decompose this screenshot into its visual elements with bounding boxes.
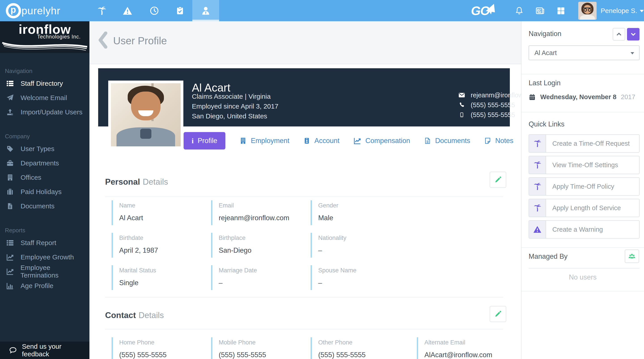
tab-documents[interactable]: Documents [424, 137, 470, 145]
tab-label: Profile [198, 137, 217, 145]
go-logo[interactable]: GO [471, 0, 496, 21]
page-header: User Profile [90, 21, 521, 64]
sidebar-item-offices[interactable]: Offices [0, 170, 90, 185]
user-select-dropdown[interactable]: Al Acart [528, 46, 640, 60]
divider [522, 247, 644, 248]
sidebar-section-navigation: Navigation [5, 66, 90, 76]
bar-chart-icon [5, 282, 15, 290]
tab-compensation[interactable]: Compensation [353, 137, 410, 145]
quick-link-apply-time-off-policy[interactable]: Apply Time-Off Policy [528, 177, 640, 196]
sidebar: ironflow Technologies Inc. Navigation St… [0, 21, 90, 359]
quick-link-create-time-off-request[interactable]: Create a Time-Off Request [528, 134, 640, 153]
sidebar-item-label: Documents [20, 202, 54, 210]
suitcase-icon [5, 188, 15, 196]
back-button[interactable] [98, 32, 108, 49]
tab-account[interactable]: Account [303, 137, 340, 145]
divider [105, 329, 503, 329]
app-window: p purelyhr [0, 0, 644, 359]
right-panel: Navigation Al Acart Last Login Wednesday… [521, 21, 644, 359]
palm-tree-icon [529, 135, 546, 152]
user-icon [201, 6, 211, 16]
edit-personal-button[interactable] [490, 172, 506, 188]
sidebar-item-documents[interactable]: Documents [0, 199, 90, 213]
caret-down-icon [630, 52, 634, 54]
sidebar-section-reports: Reports [5, 225, 90, 236]
clock-icon [149, 6, 159, 16]
quick-link-label: Create a Time-Off Request [546, 135, 639, 152]
employee-location: San Diego, United States [192, 111, 278, 121]
contact-details-title: ContactDetails [105, 311, 164, 320]
account-menu[interactable]: Penelope S. [600, 0, 644, 21]
notifications-button[interactable] [512, 0, 526, 21]
sidebar-item-staff-directory[interactable]: Staff Directory [0, 76, 90, 91]
info-icon: i [192, 137, 194, 145]
chart-line-icon [353, 137, 361, 145]
purelyhr-logo[interactable]: p purelyhr [6, 0, 60, 21]
sidebar-item-label: Import/Update Users [20, 108, 82, 116]
manage-managers-button[interactable] [625, 250, 639, 263]
quick-link-apply-length-of-service[interactable]: Apply Length of Service [528, 199, 640, 217]
employee-email[interactable]: rejeanm@ironflow.com [471, 92, 521, 99]
news-button[interactable] [533, 0, 547, 21]
palm-tree-icon [529, 178, 546, 195]
quick-link-create-a-warning[interactable]: Create a Warning [528, 220, 640, 239]
sidebar-item-label: Employee Terminations [20, 264, 90, 279]
sidebar-item-label: Offices [20, 174, 41, 181]
mobile-icon [457, 112, 467, 118]
sidebar-item-label: User Types [20, 145, 54, 153]
staff-nav-button-active[interactable] [192, 0, 219, 21]
previous-user-button[interactable] [613, 28, 625, 41]
time-off-nav-button[interactable] [90, 0, 114, 21]
edit-contact-button[interactable] [490, 306, 506, 322]
field-alternate-email: Alternate EmailAlAcart@ironflow.com [417, 337, 514, 359]
card-contact-block: rejeanm@ironflow.com (555) 555-5555 (555… [453, 90, 521, 120]
divider [522, 291, 644, 291]
pencil-icon [494, 176, 502, 184]
sidebar-item-staff-report[interactable]: Staff Report [0, 236, 90, 250]
last-login-title: Last Login [528, 79, 560, 87]
user-avatar[interactable] [578, 2, 596, 20]
sidebar-item-departments[interactable]: Departments [0, 156, 90, 170]
quick-link-label: Apply Length of Service [546, 199, 639, 217]
main-content: User Profile Al Acart Claims Associate |… [90, 21, 521, 359]
divider [528, 268, 640, 269]
phone-icon [457, 102, 467, 108]
last-login-year: 2017 [621, 93, 636, 101]
sidebar-item-paid-holidays[interactable]: Paid Holidays [0, 185, 90, 199]
toolbox-icon [5, 159, 15, 167]
account-menu-label: Penelope S. [600, 7, 637, 15]
warnings-nav-button[interactable] [115, 0, 140, 21]
quick-links-title: Quick Links [528, 120, 564, 128]
field-spouse-name: Spouse Name– [310, 265, 408, 290]
purelyhr-logo-text: purelyhr [22, 5, 60, 17]
feedback-button[interactable]: Send us your feedback [0, 341, 90, 359]
last-login-date: Wednesday, November 8 [540, 93, 616, 101]
timesheets-nav-button[interactable] [142, 0, 166, 21]
profile-photo [108, 81, 183, 149]
tab-notes[interactable]: Notes [484, 137, 514, 145]
list-icon [5, 80, 15, 88]
field-name: NameAl Acart [112, 200, 209, 225]
pencil-icon [494, 310, 502, 318]
sidebar-item-label: Welcome Email [20, 94, 67, 102]
next-user-button[interactable] [627, 28, 640, 41]
field-marriage-date: Marriage Date– [211, 265, 308, 290]
tab-employment[interactable]: Employment [239, 137, 289, 145]
sidebar-item-user-types[interactable]: User Types [0, 142, 90, 156]
sidebar-item-import-update-users[interactable]: Import/Update Users [0, 105, 90, 119]
clipboard-check-icon [175, 6, 185, 16]
field-gender: GenderMale [310, 200, 408, 225]
sidebar-item-employee-growth[interactable]: Employee Growth [0, 250, 90, 264]
list-icon [5, 239, 15, 247]
tab-profile[interactable]: i Profile [184, 132, 226, 150]
tasks-nav-button[interactable] [168, 0, 192, 21]
sidebar-item-welcome-email[interactable]: Welcome Email [0, 91, 90, 105]
company-logo: ironflow Technologies Inc. [0, 21, 90, 53]
company-logo-swoosh [0, 41, 90, 53]
quick-link-label: Create a Warning [546, 221, 639, 238]
sidebar-item-age-profile[interactable]: Age Profile [0, 279, 90, 293]
apps-grid-button[interactable] [554, 0, 568, 21]
quick-link-view-time-off-settings[interactable]: View Time-Off Settings [528, 156, 640, 174]
sidebar-item-employee-terminations[interactable]: Employee Terminations [0, 264, 90, 279]
purelyhr-logo-icon: p [6, 3, 21, 18]
